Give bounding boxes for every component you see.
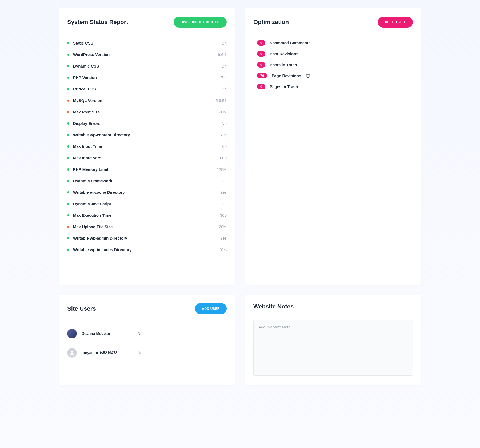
optimization-label: Posts in Trash <box>270 62 297 67</box>
status-list: Static CSSOnWordPress Version6.6.1Dynami… <box>67 37 227 255</box>
status-label: Max Input Vars <box>73 156 218 160</box>
user-name: tanyamorris5219478 <box>82 351 138 355</box>
optimization-label: Pages in Trash <box>270 84 298 89</box>
status-item: Writable et-cache DirectoryYes <box>67 187 227 198</box>
status-label: Max Upload File Size <box>73 224 219 229</box>
card-header: System Status Report DIVI SUPPORT CENTER <box>67 17 227 28</box>
status-value: Yes <box>220 247 227 252</box>
status-dot-icon <box>67 145 69 148</box>
card-header: Site Users ADD USER <box>67 303 227 314</box>
status-item: Dynamic JavaScriptOn <box>67 198 227 209</box>
system-status-card: System Status Report DIVI SUPPORT CENTER… <box>59 8 235 285</box>
count-badge: 0 <box>257 84 265 89</box>
optimization-card: Optimization DELETE ALL 0Spammed Comment… <box>245 8 421 285</box>
status-label: Writable et-cache Directory <box>73 190 220 195</box>
status-value: 128M <box>217 167 227 172</box>
optimization-item: 0Spammed Comments <box>257 37 413 48</box>
status-dot-icon <box>67 111 69 113</box>
count-badge: 70 <box>257 73 267 78</box>
status-item: Writable wp-includes DirectoryYes <box>67 244 227 255</box>
status-dot-icon <box>67 203 69 205</box>
card-header: Optimization DELETE ALL <box>253 17 413 28</box>
status-dot-icon <box>67 191 69 193</box>
site-users-card: Site Users ADD USER Deanna McLeanNonetan… <box>59 295 235 385</box>
status-item: Dyanmic FrameworkOn <box>67 175 227 187</box>
delete-all-button[interactable]: DELETE ALL <box>378 17 413 28</box>
status-label: PHP Memory Limit <box>73 167 217 172</box>
status-value: 5.6.51 <box>215 98 227 103</box>
status-item: Writable wp-content DirectoryYes <box>67 129 227 141</box>
status-label: Max Execution Time <box>73 213 220 217</box>
status-label: Dynamic JavaScript <box>73 201 221 206</box>
status-dot-icon <box>67 180 69 182</box>
optimization-title: Optimization <box>253 19 289 26</box>
optimization-list: 0Spammed Comments0Post Revisions0Posts i… <box>253 37 413 92</box>
website-notes-title: Website Notes <box>253 303 294 310</box>
status-label: Max Input Time <box>73 144 222 149</box>
status-label: WordPress Version <box>73 52 218 57</box>
status-label: Dynamic CSS <box>73 64 221 68</box>
optimization-label: Post Revisions <box>270 51 298 56</box>
status-label: PHP Version <box>73 75 221 80</box>
status-value: On <box>221 64 227 68</box>
status-item: PHP Version7.4 <box>67 72 227 83</box>
status-dot-icon <box>67 65 69 67</box>
status-dot-icon <box>67 214 69 216</box>
status-item: Max Execution Time300 <box>67 209 227 221</box>
status-value: 6.6.1 <box>218 52 227 57</box>
status-label: Display Errors <box>73 121 222 126</box>
count-badge: 0 <box>257 51 265 57</box>
status-value: 20M <box>219 224 227 229</box>
status-label: Writable wp-content Directory <box>73 133 220 137</box>
status-value: No <box>222 121 227 126</box>
status-item: Dynamic CSSOn <box>67 60 227 72</box>
avatar <box>67 348 77 358</box>
add-user-button[interactable]: ADD USER <box>195 303 227 314</box>
system-status-title: System Status Report <box>67 19 128 26</box>
status-item: Max Upload File Size20M <box>67 221 227 232</box>
status-dot-icon <box>67 88 69 90</box>
optimization-item: 0Posts in Trash <box>257 59 413 70</box>
count-badge: 0 <box>257 40 265 46</box>
status-dot-icon <box>67 54 69 56</box>
status-dot-icon <box>67 122 69 125</box>
count-badge: 0 <box>257 62 265 68</box>
user-item: Deanna McLeanNone <box>67 324 227 343</box>
status-dot-icon <box>67 134 69 136</box>
avatar <box>67 329 77 338</box>
website-note-textarea[interactable] <box>253 320 413 376</box>
status-value: On <box>221 41 227 45</box>
user-role: None <box>138 351 146 355</box>
optimization-item: 70Page Revisions <box>257 70 413 81</box>
users-list: Deanna McLeanNonetanyamorris5219478None <box>67 324 227 362</box>
divi-support-center-button[interactable]: DIVI SUPPORT CENTER <box>174 17 227 28</box>
status-item: Max Post Size20M <box>67 106 227 118</box>
status-label: Writable wp-includes Directory <box>73 247 220 252</box>
status-dot-icon <box>67 42 69 44</box>
status-label: Writable wp-admin Directory <box>73 236 220 240</box>
status-value: 1000 <box>218 156 227 160</box>
status-item: WordPress Version6.6.1 <box>67 49 227 60</box>
status-dot-icon <box>67 157 69 159</box>
status-label: Dyanmic Framework <box>73 179 221 183</box>
status-item: Max Input Vars1000 <box>67 152 227 164</box>
status-dot-icon <box>67 100 69 102</box>
status-value: 20M <box>219 110 227 114</box>
status-value: 7.4 <box>221 75 227 80</box>
optimization-label: Spammed Comments <box>270 41 310 45</box>
optimization-item: 0Pages in Trash <box>257 81 413 92</box>
website-notes-card: Website Notes <box>245 295 421 385</box>
trash-icon[interactable] <box>306 74 310 78</box>
user-item: tanyamorris5219478None <box>67 343 227 362</box>
optimization-item: 0Post Revisions <box>257 48 413 59</box>
optimization-label: Page Revisions <box>271 73 301 78</box>
status-item: Max Input Time60 <box>67 141 227 152</box>
status-value: 60 <box>222 144 227 149</box>
status-value: Yes <box>220 236 227 240</box>
status-item: Static CSSOn <box>67 37 227 49</box>
status-item: Display ErrorsNo <box>67 118 227 129</box>
status-value: On <box>221 87 227 91</box>
status-dot-icon <box>67 249 69 251</box>
status-value: Yes <box>220 133 227 137</box>
status-label: Static CSS <box>73 41 221 45</box>
